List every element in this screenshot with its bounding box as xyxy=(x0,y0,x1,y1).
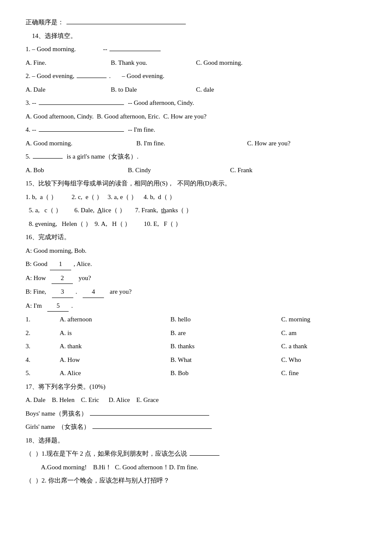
q16-opts4: 4. A. How B. What C. Who xyxy=(26,355,366,366)
q16-dialog2: B: Good 1 , Alice. xyxy=(26,259,366,270)
q16-dialog4: B: Fine, 3 . 4 are you? xyxy=(26,286,366,298)
q14-blank3 xyxy=(39,104,124,105)
q14-blank5 xyxy=(33,158,63,159)
q17-girls: Girls' name （女孩名） xyxy=(26,422,366,433)
q16-opts5: 5. A. Alice B. Bob C. fine xyxy=(26,368,366,379)
header-line: 正确顺序是： xyxy=(26,17,366,28)
q14-blank1 xyxy=(110,51,161,51)
q16-dialog3: A: How 2 you? xyxy=(26,273,366,284)
q14-opts2: A. Dale B. to Dale C. dale xyxy=(26,84,366,95)
q14-opts4: A. Good morning. B. I'm fine. C. How are… xyxy=(26,138,366,149)
q18-title: 18、选择题。 xyxy=(26,435,366,446)
q15-row2: 5. a, c（ ） 6. Dale, Alice（ ） 7. Frank, t… xyxy=(26,205,366,216)
q17-names: A. Dale B. Helen C. Eric D. Alice E. Gra… xyxy=(26,395,366,406)
q14-opts1: A. Fine. B. Thank you. C. Good morning. xyxy=(26,58,366,69)
q15-title: 15、比较下列每组字母或单词的读音，相同的用(S)， 不同的用(D)表示。 xyxy=(26,178,366,189)
q15-row3: 8. evening, Helen（ ） 9. A, H（ ） 10. E, F… xyxy=(26,219,366,230)
q16-opts2: 2. A. is B. are C. am xyxy=(26,328,366,339)
q14-item2: 2. – Good evening, . – Good evening. xyxy=(26,71,366,82)
q14-item5: 5. is a girl's name（女孩名）. xyxy=(26,151,366,162)
q18-item2-text: （ ）2. 你出席一个晚会，应该怎样与别人打招呼？ xyxy=(26,475,366,486)
worksheet-container: 正确顺序是： 14、选择填空。 1. – Good morning. -- A.… xyxy=(26,17,366,486)
header-blank xyxy=(66,24,186,24)
q16-title: 16、完成对话。 xyxy=(26,232,366,243)
header-text: 正确顺序是： xyxy=(26,19,64,26)
q16-opts3: 3. A. thank B. thanks C. a thank xyxy=(26,341,366,352)
q14-blank2 xyxy=(77,78,107,78)
q14-item3: 3. -- -- Good afternoon, Cindy. xyxy=(26,98,366,109)
q14-item1: 1. – Good morning. -- xyxy=(26,44,366,55)
q14-item4: 4. -- -- I'm fine. xyxy=(26,124,366,136)
q15-row1: 1. b, a（ ） 2. c, e（ ） 3. a, e（ ） 4. b, d… xyxy=(26,192,366,203)
q16-dialog5: A: I'm 5 . xyxy=(26,301,366,312)
q14-opts5: A. Bob B. Cindy C. Frank xyxy=(26,165,366,176)
q17-title: 17、将下列名字分类。(10%) xyxy=(26,382,366,393)
q14-title: 14、选择填空。 xyxy=(26,31,366,42)
q14-blank4 xyxy=(39,131,124,132)
q14-opts3: A. Good afternoon, Cindy. B. Good aftern… xyxy=(26,111,366,122)
q18-item1-text: （ ）1.现在是下午 2 点，如果你见到朋友时，应该怎么说 xyxy=(26,448,366,460)
q16-dialog1: A: Good morning, Bob. xyxy=(26,246,366,257)
q18-item1-opts: A.Good morning! B.Hi！ C. Good afternoon！… xyxy=(26,462,366,473)
q17-boys: Boys' name（男孩名） xyxy=(26,408,366,419)
q16-opts1: 1. A. afternoon B. hello C. morning xyxy=(26,314,366,325)
